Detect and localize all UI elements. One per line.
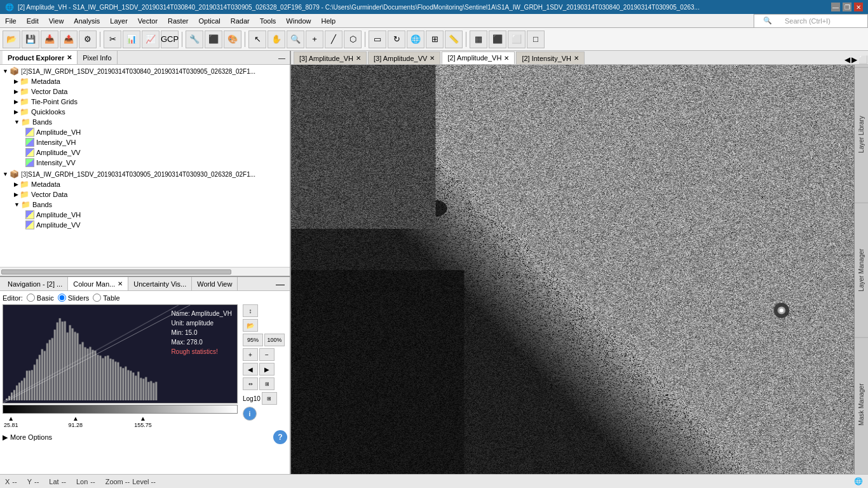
radio-table[interactable]: Table [93,294,119,302]
batch-button[interactable]: ⬛ [205,30,222,48]
tab-nav-right[interactable]: ▶ [851,55,857,64]
maximize-button[interactable]: ❐ [843,3,851,11]
tree-vectordata-1[interactable]: ▶ 📁 Vector Data [1,86,288,97]
tab-uncertainty[interactable]: Uncertainty Vis... [128,277,192,290]
tree-arrow-bands-1[interactable]: ▼ [14,119,20,125]
radio-sliders[interactable]: Sliders [58,294,90,302]
tree-tiepointgrids[interactable]: ▶ 📁 Tie-Point Grids [1,97,288,107]
import-button[interactable]: 📥 [41,30,58,48]
menu-radar[interactable]: Radar [226,14,255,27]
stretch-all-button[interactable]: ⇔ [243,377,258,390]
collapse-button[interactable]: — [276,53,287,62]
pan-tool[interactable]: ✋ [268,30,285,48]
close-button[interactable]: ✕ [854,3,863,11]
img-tab-3-amplitude-vv-close[interactable]: ✕ [430,55,435,62]
reproject-tool[interactable]: 🌐 [407,30,424,48]
rgb-button[interactable]: 🎨 [224,30,241,48]
menu-edit[interactable]: Edit [22,14,44,27]
img-tab-3-amplitude-vh[interactable]: [3] Amplitude_VH ✕ [294,51,367,64]
tab-pixel-info[interactable]: Pixel Info [78,51,117,64]
menu-tools[interactable]: Tools [255,14,281,27]
menu-view[interactable]: View [44,14,69,27]
radio-sliders-input[interactable] [58,294,66,302]
zoom-in-button[interactable]: + [243,348,258,361]
subset-button[interactable]: ✂ [104,30,121,48]
tab-navigation[interactable]: Navigation - [2] ... [3,277,68,290]
tree-intensity-vv[interactable]: Intensity_VV [1,158,288,168]
slider-3[interactable]: ▲ 155.75 [134,415,152,428]
zoom-out-button[interactable]: − [259,348,275,361]
radio-basic-input[interactable] [27,294,35,302]
draw-line-tool[interactable]: ╱ [325,30,342,48]
tree-expand-2[interactable]: ▼ [3,171,8,177]
tree-arrow-vectordata-1[interactable]: ▶ [14,88,18,95]
tree-product-2[interactable]: ▼ 📦 [3] S1A_IW_GRDH_1SDV_20190314T030905… [1,169,288,179]
rotate-tool[interactable]: ↻ [388,30,405,48]
layout-h-button[interactable]: ▦ [470,30,487,48]
bottom-panel-minimize[interactable]: — [273,279,287,289]
layout-v-button[interactable]: ⬛ [489,30,506,48]
tree-bands-1[interactable]: ▼ 📁 Bands [1,117,288,127]
tree-metadata-2[interactable]: ▶ 📁 Metadata [1,179,288,189]
draw-polygon-tool[interactable]: ⬡ [344,30,362,48]
menu-optical[interactable]: Optical [193,14,225,27]
tree-amplitude-vh-2[interactable]: Amplitude_VH [1,210,288,220]
layout-single-button[interactable]: □ [527,30,545,48]
menu-analysis[interactable]: Analysis [69,14,105,27]
tab-colour-manager[interactable]: Colour Man... ✕ [68,277,128,290]
ruler-tool[interactable]: 📏 [445,30,463,48]
more-options[interactable]: ▶ More Options [3,433,52,442]
slider-2[interactable]: ▲ 91.28 [69,415,83,428]
tree-arrow-bands-2[interactable]: ▼ [14,201,20,208]
pin-tool[interactable]: + [306,30,323,48]
select-tool[interactable]: ↖ [248,30,266,48]
product-explorer-content[interactable]: ▼ 📦 [2] S1A_IW_GRDH_1SDV_20190314T030840… [0,65,290,267]
pan-right-button[interactable]: ▶ [259,363,275,376]
tab-product-explorer[interactable]: Product Explorer ✕ [3,51,78,64]
layout-grid-button[interactable]: ⬜ [508,30,526,48]
tree-vectordata-2[interactable]: ▶ 📁 Vector Data [1,189,288,200]
stretch-icon-button[interactable]: ⊞ [259,377,275,390]
tab-world-view[interactable]: World View [192,277,238,290]
tree-amplitude-vv-2[interactable]: Amplitude_VV [1,220,288,230]
sidebar-mask-manager[interactable]: Mask Manager [855,337,868,471]
log10-button[interactable]: ⊞ [262,392,277,405]
slider-1[interactable]: ▲ 25.81 [4,415,18,428]
menu-vector[interactable]: Vector [133,14,163,27]
scrollbar-horizontal[interactable] [0,267,290,276]
tree-expand-1[interactable]: ▼ [3,68,8,74]
tree-intensity-vh[interactable]: Intensity_VH [1,137,288,147]
help-button[interactable]: ? [273,430,287,444]
zoom-tool[interactable]: 🔍 [287,30,304,48]
save-button[interactable]: 💾 [22,30,39,48]
95-percent-button[interactable]: 95% [243,334,263,346]
scrollbar-thumb[interactable] [1,269,231,274]
tree-arrow-tiepointgrids[interactable]: ▶ [14,98,18,105]
minimize-button[interactable]: — [831,3,840,11]
radio-table-input[interactable] [93,294,101,302]
tree-bands-2[interactable]: ▼ 📁 Bands [1,200,288,210]
rectangle-tool[interactable]: ▭ [369,30,386,48]
menu-layer[interactable]: Layer [105,14,133,27]
tree-amplitude-vh-1[interactable]: Amplitude_VH [1,127,288,137]
tree-amplitude-vv-1[interactable]: Amplitude_VV [1,147,288,158]
tree-arrow-metadata-1[interactable]: ▶ [14,78,18,85]
info-button[interactable]: i [243,407,257,421]
menu-raster[interactable]: Raster [163,14,193,27]
tree-arrow-vectordata-2[interactable]: ▶ [14,191,18,198]
tree-quicklooks[interactable]: ▶ 📁 Quicklooks [1,107,288,117]
img-tab-2-intensity-vh[interactable]: [2] Intensity_VH ✕ [516,51,585,64]
tab-product-explorer-close[interactable]: ✕ [67,54,72,61]
sidebar-layer-library[interactable]: Layer Library [855,67,868,201]
grid-tool[interactable]: ⊞ [426,30,444,48]
img-tab-2-intensity-vh-close[interactable]: ✕ [574,55,579,62]
tab-colour-manager-close[interactable]: ✕ [118,280,123,287]
import-palette-button[interactable]: 📂 [243,319,258,332]
tree-arrow-metadata-2[interactable]: ▶ [14,181,18,187]
tree-metadata-1[interactable]: ▶ 📁 Metadata [1,76,288,86]
invert-button[interactable]: ↕ [243,304,258,317]
menu-help[interactable]: Help [316,14,341,27]
img-tab-2-amplitude-vh-close[interactable]: ✕ [504,55,509,62]
menu-file[interactable]: File [0,14,22,27]
100-percent-button[interactable]: 100% [264,334,285,346]
